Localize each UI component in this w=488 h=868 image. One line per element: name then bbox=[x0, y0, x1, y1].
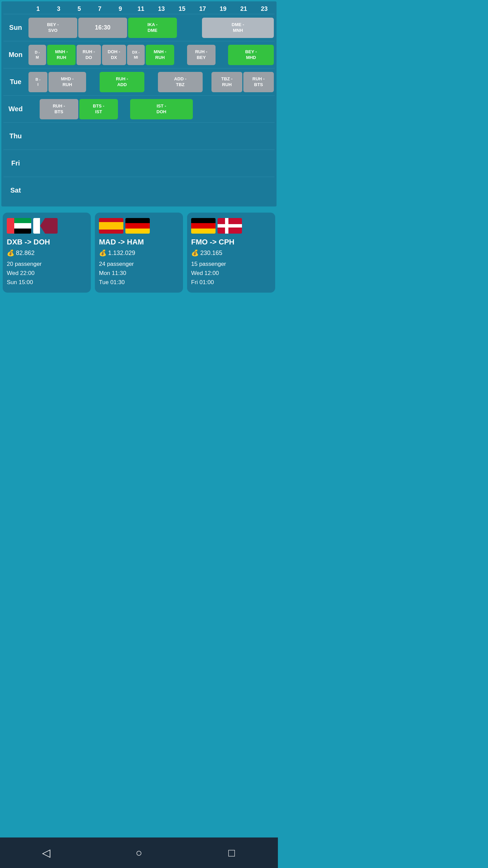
flight-ruh-add[interactable]: RUH -ADD bbox=[100, 72, 144, 92]
day-tue: Tue bbox=[3, 68, 28, 95]
card-1-passengers: 20 passenger bbox=[7, 259, 87, 269]
card-1-flags bbox=[7, 218, 87, 234]
day-mon: Mon bbox=[3, 41, 28, 68]
flight-mnh-ruh-2[interactable]: MNH -RUH bbox=[146, 45, 174, 65]
price-icon-2: 💰 bbox=[99, 250, 106, 256]
col-17: 17 bbox=[192, 4, 213, 14]
flight-mhd-ruh[interactable]: MHD -RUH bbox=[48, 72, 86, 92]
card-1-route: DXB -> DOH bbox=[7, 238, 87, 246]
card-1-price-value: 82.862 bbox=[16, 250, 35, 256]
flight-doh-dx[interactable]: DOH -DX bbox=[102, 45, 126, 65]
flight-b-i[interactable]: B -I bbox=[28, 72, 47, 92]
day-fri: Fri bbox=[3, 150, 28, 177]
card-3-passengers: 15 passenger bbox=[191, 259, 271, 269]
col-9: 9 bbox=[110, 4, 131, 14]
card-1-info: 20 passenger Wed 22:00 Sun 15:00 bbox=[7, 259, 87, 287]
card-1-time2: Sun 15:00 bbox=[7, 278, 87, 287]
row-fri: Fri bbox=[3, 150, 274, 177]
row-wed: Wed RUH -BTS BTS -IST IST -DOH bbox=[3, 95, 274, 122]
card-2-info: 24 passenger Mon 11:30 Tue 01:30 bbox=[99, 259, 179, 287]
card-3-time1: Wed 12:00 bbox=[191, 269, 271, 278]
flight-ruh-do[interactable]: RUH -DO bbox=[77, 45, 101, 65]
flight-dme-mnh[interactable]: DME -MNH bbox=[202, 18, 274, 38]
flight-mnh-ruh-1[interactable]: MNH -RUH bbox=[47, 45, 76, 65]
card-2-time1: Mon 11:30 bbox=[99, 269, 179, 278]
card-2-flags bbox=[99, 218, 179, 234]
row-thu: Thu bbox=[3, 122, 274, 150]
col-21: 21 bbox=[233, 4, 254, 14]
flight-bey-svo[interactable]: BEY -SVO bbox=[28, 18, 77, 38]
flag-qatar bbox=[33, 218, 58, 234]
flight-d-m[interactable]: D -M bbox=[28, 45, 46, 65]
thu-cells bbox=[28, 123, 274, 150]
price-icon-3: 💰 bbox=[191, 250, 199, 256]
card-3-route: FMO -> CPH bbox=[191, 238, 271, 246]
day-wed: Wed bbox=[3, 96, 28, 122]
col-13: 13 bbox=[151, 4, 172, 14]
card-2-time2: Tue 01:30 bbox=[99, 278, 179, 287]
calendar-section: 1 3 5 7 9 11 13 15 17 19 21 23 Sun BEY -… bbox=[1, 1, 277, 206]
row-mon: Mon D -M MNH -RUH RUH -DO DOH -DX DX -MI… bbox=[3, 41, 274, 68]
fri-cells bbox=[28, 150, 274, 177]
card-mad-ham[interactable]: MAD -> HAM 💰 1.132.029 24 passenger Mon … bbox=[95, 213, 183, 293]
flight-ruh-bts[interactable]: RUH -BTS bbox=[243, 72, 274, 92]
card-dxb-doh[interactable]: DXB -> DOH 💰 82.862 20 passenger Wed 22:… bbox=[3, 213, 91, 293]
day-sat: Sat bbox=[3, 177, 28, 204]
card-3-flags bbox=[191, 218, 271, 234]
card-fmo-cph[interactable]: FMO -> CPH 💰 230.165 15 passenger Wed 12… bbox=[187, 213, 275, 293]
flag-germany-1 bbox=[125, 218, 150, 234]
cards-section: DXB -> DOH 💰 82.862 20 passenger Wed 22:… bbox=[0, 209, 278, 296]
col-15: 15 bbox=[172, 4, 192, 14]
flight-ruh-bey[interactable]: RUH -BEY bbox=[187, 45, 216, 65]
card-3-price: 💰 230.165 bbox=[191, 249, 271, 257]
col-23: 23 bbox=[254, 4, 274, 14]
flight-bey-mhd[interactable]: BEY -MHD bbox=[228, 45, 274, 65]
card-3-time2: Fri 01:00 bbox=[191, 278, 271, 287]
flight-ist-doh[interactable]: IST -DOH bbox=[130, 99, 193, 119]
flight-add-tbz[interactable]: ADD -TBZ bbox=[158, 72, 203, 92]
col-19: 19 bbox=[213, 4, 233, 14]
card-2-route: MAD -> HAM bbox=[99, 238, 179, 246]
card-1-time1: Wed 22:00 bbox=[7, 269, 87, 278]
day-thu: Thu bbox=[3, 123, 28, 150]
flag-germany-2 bbox=[191, 218, 216, 234]
col-3: 3 bbox=[48, 4, 69, 14]
flag-uae bbox=[7, 218, 31, 234]
sun-cells: BEY -SVO 16:30 IKA -DME DME -MNH bbox=[28, 14, 274, 41]
row-sun: Sun BEY -SVO 16:30 IKA -DME DME -MNH bbox=[3, 14, 274, 41]
day-sun: Sun bbox=[3, 14, 28, 41]
col-7: 7 bbox=[89, 4, 110, 14]
col-headers: 1 3 5 7 9 11 13 15 17 19 21 23 bbox=[28, 4, 274, 14]
flight-time-1630[interactable]: 16:30 bbox=[78, 18, 127, 38]
flight-ika-dme[interactable]: IKA -DME bbox=[128, 18, 177, 38]
flight-ruh-bts-wed[interactable]: RUH -BTS bbox=[40, 99, 78, 119]
price-icon-1: 💰 bbox=[7, 250, 14, 256]
card-2-price-value: 1.132.029 bbox=[108, 250, 135, 256]
card-1-price: 💰 82.862 bbox=[7, 249, 87, 257]
mon-cells: D -M MNH -RUH RUH -DO DOH -DX DX -MI MNH… bbox=[28, 41, 274, 68]
card-2-price: 💰 1.132.029 bbox=[99, 249, 179, 257]
card-3-price-value: 230.165 bbox=[200, 250, 222, 256]
flight-tbz-ruh[interactable]: TBZ -RUH bbox=[211, 72, 242, 92]
tue-cells: B -I MHD -RUH RUH -ADD ADD -TBZ TBZ -RUH… bbox=[28, 68, 274, 95]
sat-cells bbox=[28, 177, 274, 204]
card-2-passengers: 24 passenger bbox=[99, 259, 179, 269]
row-tue: Tue B -I MHD -RUH RUH -ADD ADD -TBZ TBZ … bbox=[3, 68, 274, 95]
flight-bts-ist[interactable]: BTS -IST bbox=[79, 99, 118, 119]
col-1: 1 bbox=[28, 4, 48, 14]
card-3-info: 15 passenger Wed 12:00 Fri 01:00 bbox=[191, 259, 271, 287]
flight-dx-mi[interactable]: DX -MI bbox=[127, 45, 145, 65]
flag-denmark bbox=[218, 218, 242, 234]
wed-cells: RUH -BTS BTS -IST IST -DOH bbox=[28, 96, 274, 122]
col-11: 11 bbox=[130, 4, 151, 14]
row-sat: Sat bbox=[3, 177, 274, 204]
flag-spain bbox=[99, 218, 123, 234]
col-5: 5 bbox=[69, 4, 89, 14]
